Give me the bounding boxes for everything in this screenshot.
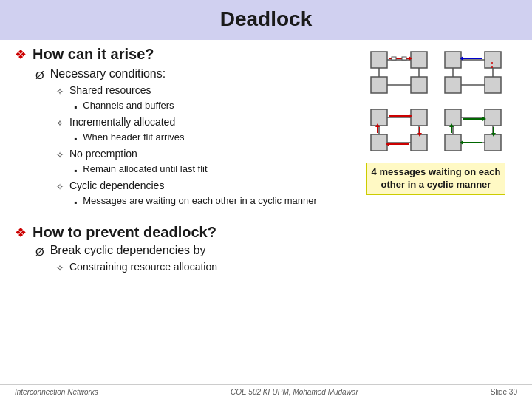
slide: Deadlock ❖ How can it arise? Ø Necessary… bbox=[0, 0, 532, 399]
sub3-remain: ▪ Remain allocated until last flit bbox=[74, 163, 347, 176]
diagram-row-bottom bbox=[365, 103, 507, 157]
sub3-header: ▪ When header flit arrives bbox=[74, 132, 347, 144]
sub2-shared: ✧ Shared resources bbox=[56, 84, 347, 97]
sq-bullet-1: ▪ bbox=[74, 102, 77, 112]
svg-rect-3 bbox=[411, 77, 427, 93]
svg-rect-26 bbox=[411, 134, 427, 151]
section1-label: How can it arise? bbox=[33, 46, 154, 63]
sub3-channels: ▪ Channels and buffers bbox=[74, 100, 347, 112]
incremental-label: Incrementally allocated bbox=[69, 116, 175, 128]
diamond-icon-2: ✧ bbox=[56, 118, 64, 129]
arrow-icon-2: Ø bbox=[35, 245, 44, 258]
svg-rect-23 bbox=[371, 109, 387, 126]
diagram-row-top bbox=[365, 46, 507, 99]
svg-rect-11 bbox=[402, 57, 406, 60]
sub1-necessary: Ø Necessary conditions: bbox=[35, 67, 347, 81]
remain-label: Remain allocated until last flit bbox=[83, 163, 207, 174]
svg-rect-13 bbox=[445, 77, 461, 93]
main-bullet-1: ❖ How can it arise? bbox=[15, 46, 347, 63]
sub2-cyclic: ✧ Cyclic dependencies bbox=[56, 180, 347, 192]
necessary-label: Necessary conditions: bbox=[50, 67, 166, 81]
diagram-top-right bbox=[439, 46, 507, 99]
diamond-icon-5: ✧ bbox=[56, 263, 64, 273]
title-text: Deadlock bbox=[220, 7, 313, 30]
slide-title: Deadlock bbox=[0, 0, 532, 40]
svg-rect-15 bbox=[485, 77, 501, 93]
channels-label: Channels and buffers bbox=[83, 100, 174, 111]
svg-rect-40 bbox=[445, 134, 461, 151]
messages-label: Messages are waiting on each other in a … bbox=[83, 195, 317, 206]
content-area: ❖ How can it arise? Ø Necessary conditio… bbox=[0, 40, 532, 384]
diagram-top-left bbox=[365, 46, 433, 99]
sq-bullet-3: ▪ bbox=[74, 166, 77, 176]
main-bullet-2: ❖ How to prevent deadlock? bbox=[15, 224, 347, 241]
svg-rect-12 bbox=[445, 52, 461, 68]
fleur-icon-2: ❖ bbox=[15, 225, 27, 241]
footer-center: COE 502 KFUPM, Mohamed Mudawar bbox=[231, 388, 358, 396]
fleur-icon-1: ❖ bbox=[15, 47, 27, 63]
shared-label: Shared resources bbox=[69, 84, 151, 96]
divider bbox=[15, 216, 347, 216]
footer-right: Slide 30 bbox=[491, 388, 517, 396]
cyclic-label: Cyclic dependencies bbox=[69, 180, 164, 191]
break-label: Break cyclic dependencies by bbox=[50, 244, 206, 257]
svg-rect-2 bbox=[411, 52, 427, 68]
left-column: ❖ How can it arise? Ø Necessary conditio… bbox=[15, 46, 347, 381]
sub1-break: Ø Break cyclic dependencies by bbox=[35, 244, 347, 258]
diagram-bottom-left bbox=[365, 103, 433, 157]
diagram-bottom-right bbox=[439, 103, 507, 157]
section2-label: How to prevent deadlock? bbox=[33, 224, 216, 241]
sub2-incremental: ✧ Incrementally allocated bbox=[56, 116, 347, 129]
highlight-text: 4 messages waiting on each other in a cy… bbox=[372, 166, 501, 190]
svg-rect-0 bbox=[371, 52, 387, 68]
sub3-messages: ▪ Messages are waiting on each other in … bbox=[74, 195, 347, 208]
arrow-icon-1: Ø bbox=[35, 69, 44, 81]
svg-rect-14 bbox=[485, 52, 501, 68]
diamond-icon-3: ✧ bbox=[56, 150, 64, 160]
footer-left: Interconnection Networks bbox=[15, 388, 98, 396]
sq-bullet-2: ▪ bbox=[74, 134, 77, 144]
footer: Interconnection Networks COE 502 KFUPM, … bbox=[0, 384, 532, 399]
diamond-icon-1: ✧ bbox=[56, 86, 64, 97]
highlight-box: 4 messages waiting on each other in a cy… bbox=[366, 163, 506, 195]
svg-rect-25 bbox=[411, 109, 427, 126]
svg-rect-24 bbox=[371, 134, 387, 151]
sub2-nopreempt: ✧ No preemption bbox=[56, 148, 347, 160]
constrain-label: Constraining resource allocation bbox=[69, 261, 217, 273]
right-column: 4 messages waiting on each other in a cy… bbox=[355, 46, 517, 381]
sub2-constrain: ✧ Constraining resource allocation bbox=[56, 261, 347, 273]
svg-rect-41 bbox=[485, 109, 501, 126]
svg-rect-10 bbox=[392, 57, 396, 60]
svg-rect-39 bbox=[445, 109, 461, 126]
sq-bullet-4: ▪ bbox=[74, 197, 77, 208]
svg-rect-1 bbox=[371, 77, 387, 93]
nopreempt-label: No preemption bbox=[69, 148, 137, 160]
svg-rect-42 bbox=[485, 134, 501, 151]
header-label: When header flit arrives bbox=[83, 132, 184, 143]
diamond-icon-4: ✧ bbox=[56, 182, 64, 192]
